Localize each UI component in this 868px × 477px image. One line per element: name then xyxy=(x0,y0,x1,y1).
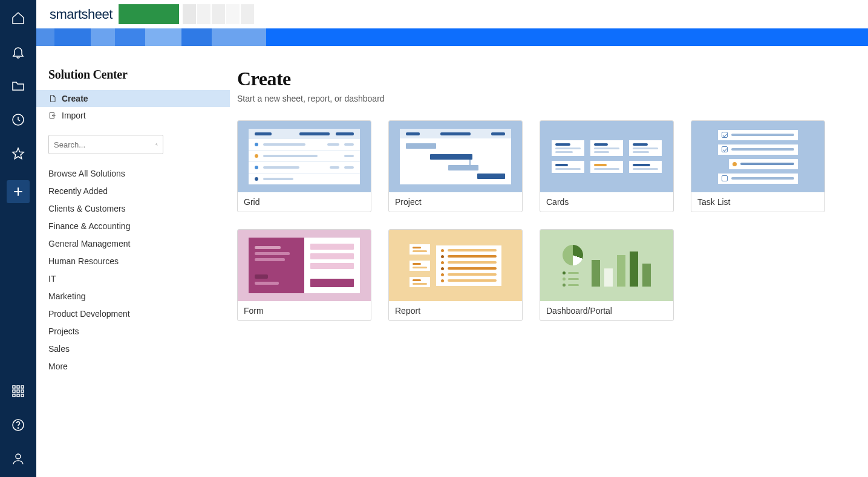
tasklist-preview-icon xyxy=(691,121,824,192)
template-label: Project xyxy=(389,192,522,212)
category-marketing[interactable]: Marketing xyxy=(48,291,218,301)
search-box[interactable] xyxy=(48,135,163,154)
home-icon[interactable] xyxy=(11,11,25,25)
svg-rect-8 xyxy=(17,394,19,397)
template-label: Dashboard/Portal xyxy=(540,301,673,320)
category-it[interactable]: IT xyxy=(48,274,218,284)
redacted-block xyxy=(119,4,179,24)
svg-rect-2 xyxy=(17,386,19,388)
form-preview-icon xyxy=(238,230,371,301)
category-projects[interactable]: Projects xyxy=(48,326,218,336)
banner xyxy=(36,28,868,46)
sidebar-nav-import[interactable]: Import xyxy=(36,107,230,124)
template-tasklist-card[interactable]: Task List xyxy=(691,120,825,212)
folder-icon[interactable] xyxy=(11,79,25,93)
brand-logo[interactable]: smartsheet xyxy=(50,7,113,22)
svg-point-11 xyxy=(18,427,18,428)
redacted-pixels xyxy=(183,4,254,24)
main-column: smartsheet Solution Center Create xyxy=(36,0,868,477)
search-icon xyxy=(155,140,158,149)
help-icon[interactable] xyxy=(11,418,25,432)
template-grid-card[interactable]: Grid xyxy=(237,120,371,212)
import-icon xyxy=(48,111,57,120)
template-label: Form xyxy=(238,301,371,320)
template-report-card[interactable]: Report xyxy=(388,229,523,321)
category-list: Browse All Solutions Recently Added Clie… xyxy=(48,169,218,371)
sidebar-nav-label: Import xyxy=(62,111,86,120)
page-title: Create xyxy=(237,68,844,90)
svg-rect-5 xyxy=(17,390,19,392)
star-icon[interactable] xyxy=(11,146,25,161)
apps-icon[interactable] xyxy=(11,384,25,398)
template-project-card[interactable]: Project xyxy=(388,120,523,212)
search-input[interactable] xyxy=(54,140,155,149)
svg-point-13 xyxy=(156,144,157,145)
page-subtitle: Start a new sheet, report, or dashboard xyxy=(237,94,844,103)
sidebar-nav: Create Import xyxy=(36,90,230,124)
svg-rect-7 xyxy=(13,394,15,397)
header: smartsheet xyxy=(36,0,868,28)
template-label: Grid xyxy=(238,192,371,212)
svg-rect-3 xyxy=(21,386,24,388)
user-icon[interactable] xyxy=(11,452,25,466)
template-grid: Grid xyxy=(237,120,844,321)
dashboard-preview-icon xyxy=(540,230,673,301)
category-clients[interactable]: Clients & Customers xyxy=(48,204,218,213)
svg-rect-9 xyxy=(21,394,24,397)
svg-rect-4 xyxy=(13,390,15,392)
sheet-icon xyxy=(48,94,57,103)
banner-redacted xyxy=(36,28,266,46)
category-hr[interactable]: Human Resources xyxy=(48,256,218,266)
project-preview-icon xyxy=(389,121,522,192)
create-button[interactable] xyxy=(7,180,30,203)
template-form-card[interactable]: Form xyxy=(237,229,371,321)
nav-rail xyxy=(0,0,36,477)
svg-rect-1 xyxy=(13,386,15,388)
bell-icon[interactable] xyxy=(11,45,25,59)
category-finance[interactable]: Finance & Accounting xyxy=(48,221,218,231)
clock-icon[interactable] xyxy=(11,112,25,127)
sidebar-title: Solution Center xyxy=(48,68,218,82)
template-cards-card[interactable]: Cards xyxy=(540,120,674,212)
category-more[interactable]: More xyxy=(48,362,218,371)
svg-point-12 xyxy=(16,454,21,459)
template-label: Task List xyxy=(691,192,824,212)
cards-preview-icon xyxy=(540,121,673,192)
category-sales[interactable]: Sales xyxy=(48,344,218,354)
template-dashboard-card[interactable]: Dashboard/Portal xyxy=(540,229,674,321)
category-general-mgmt[interactable]: General Management xyxy=(48,239,218,248)
template-label: Cards xyxy=(540,192,673,212)
template-label: Report xyxy=(389,301,522,320)
category-product-dev[interactable]: Product Development xyxy=(48,309,218,319)
sidebar-nav-label: Create xyxy=(62,94,88,103)
svg-rect-6 xyxy=(21,390,24,392)
grid-preview-icon xyxy=(238,121,371,192)
sidebar-nav-create[interactable]: Create xyxy=(36,90,230,107)
create-area: Create Start a new sheet, report, or das… xyxy=(230,46,868,477)
sidebar: Solution Center Create Import Browse All… xyxy=(36,46,230,477)
category-recently-added[interactable]: Recently Added xyxy=(48,186,218,196)
report-preview-icon xyxy=(389,230,522,301)
category-browse-all[interactable]: Browse All Solutions xyxy=(48,169,218,178)
